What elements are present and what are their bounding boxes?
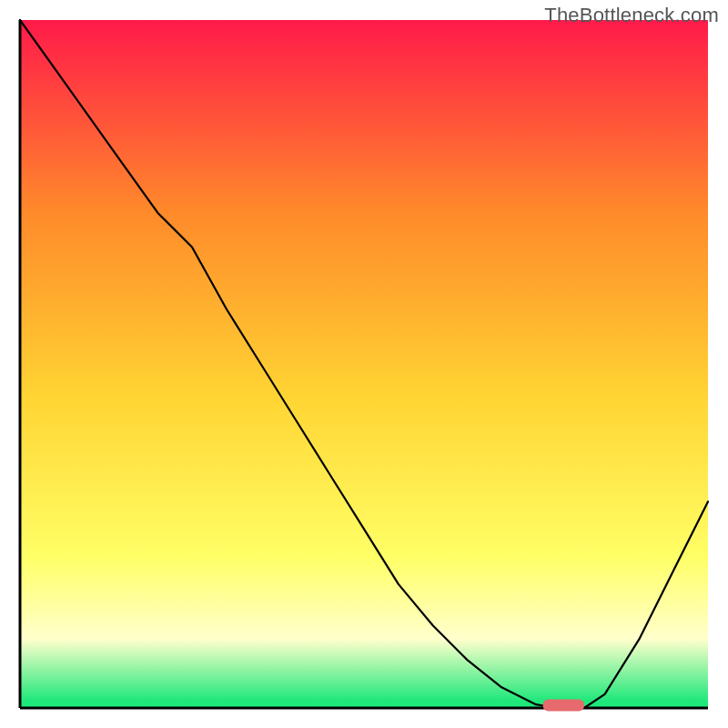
plot-gradient-background	[20, 20, 708, 708]
chart-svg	[0, 0, 728, 728]
optimal-marker	[543, 700, 584, 712]
bottleneck-chart: TheBottleneck.com	[0, 0, 728, 728]
watermark-text: TheBottleneck.com	[544, 4, 719, 27]
